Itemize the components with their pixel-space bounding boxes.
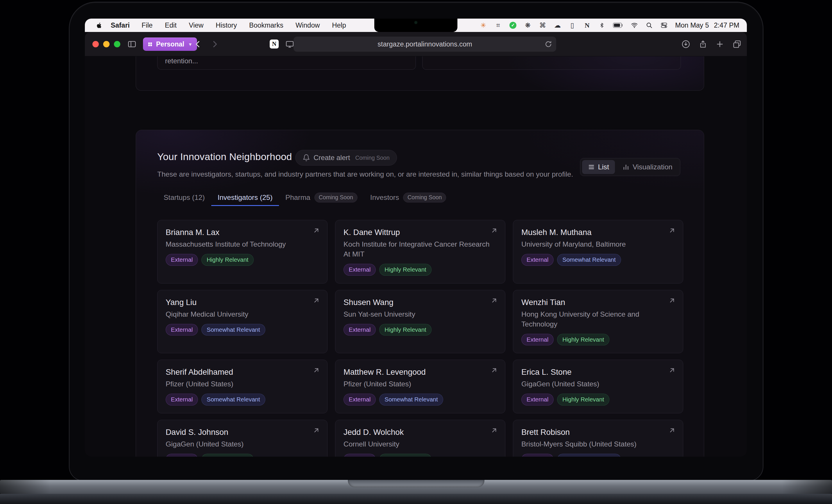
menu-bar-item[interactable]: File: [135, 22, 159, 29]
investigator-affiliation: Hong Kong University of Science and Tech…: [521, 309, 675, 329]
investigator-card[interactable]: K. Dane Wittrup Koch Institute for Integ…: [335, 220, 505, 284]
external-link-arrow-icon[interactable]: [312, 366, 320, 374]
minimize-window-button[interactable]: [103, 41, 109, 47]
menubar-cloud-icon[interactable]: ☁: [554, 22, 561, 29]
external-link-arrow-icon[interactable]: [312, 227, 320, 234]
menubar-app-icon-shield-check[interactable]: ✓: [509, 22, 517, 29]
coming-soon-badge: Coming Soon: [314, 193, 358, 203]
investigator-card[interactable]: Wenzhi Tian Hong Kong University of Scie…: [513, 290, 683, 353]
investigator-card[interactable]: Matthew R. Levengood Pfizer (United Stat…: [335, 360, 505, 414]
sidebar-toggle-icon[interactable]: [127, 39, 136, 49]
battery-icon[interactable]: [613, 22, 623, 29]
external-link-arrow-icon[interactable]: [490, 297, 498, 304]
bluetooth-icon[interactable]: [598, 22, 606, 29]
external-link-arrow-icon[interactable]: [312, 297, 320, 304]
bell-icon: [303, 154, 310, 161]
menubar-app-icon-command[interactable]: ⌘: [539, 22, 546, 29]
menu-bar-item[interactable]: Bookmarks: [243, 22, 289, 29]
innovation-neighborhood-panel: Your Innovation Neighborhood Create aler…: [136, 130, 704, 457]
badge-row: External Highly Relevant: [166, 454, 319, 457]
category-tab[interactable]: Startups (12): [157, 190, 211, 206]
external-link-arrow-icon[interactable]: [490, 366, 498, 374]
investigator-name: Sherif Abdelhamed: [166, 367, 319, 377]
list-icon: [588, 163, 595, 170]
external-link-arrow-icon[interactable]: [312, 426, 320, 434]
investigator-affiliation: Massachusetts Institute of Technology: [166, 239, 319, 249]
screen-share-extension-icon[interactable]: [285, 40, 294, 49]
share-icon[interactable]: [699, 39, 707, 49]
investigator-name: Yang Liu: [166, 297, 319, 308]
menubar-notion-icon[interactable]: N: [583, 22, 591, 29]
external-link-arrow-icon[interactable]: [490, 227, 498, 234]
external-badge: External: [166, 254, 198, 266]
external-badge: External: [521, 454, 554, 457]
category-tab[interactable]: Pharma Coming Soon: [279, 190, 364, 206]
external-link-arrow-icon[interactable]: [668, 366, 676, 374]
badge-row: External Highly Relevant: [343, 324, 497, 336]
menu-bar-item[interactable]: View: [183, 22, 210, 29]
category-tab[interactable]: Investors Coming Soon: [364, 190, 453, 206]
address-bar[interactable]: stargaze.portalinnovations.com: [293, 36, 556, 52]
menubar-app-icon-dock[interactable]: ▯: [568, 22, 576, 29]
investigator-card-grid: Brianna M. Lax Massachusetts Institute o…: [157, 220, 683, 457]
new-tab-icon[interactable]: [716, 40, 724, 49]
investigator-card[interactable]: Erica L. Stone GigaGen (United States) E…: [513, 360, 683, 414]
wifi-icon[interactable]: [631, 22, 638, 29]
coming-soon-text: Coming Soon: [355, 155, 389, 161]
notion-extension-icon[interactable]: N: [270, 39, 279, 49]
control-center-icon[interactable]: [660, 22, 668, 29]
investigator-card[interactable]: Jedd D. Wolchok Cornell University Exter…: [335, 420, 505, 457]
external-link-arrow-icon[interactable]: [668, 426, 676, 434]
url-text: stargaze.portalinnovations.com: [378, 41, 472, 48]
create-alert-label: Create alert: [314, 154, 350, 162]
investigator-card[interactable]: David S. Johnson GigaGen (United States)…: [157, 420, 328, 457]
apple-logo-icon[interactable]: [96, 22, 103, 29]
menu-bar-item[interactable]: Help: [326, 22, 352, 29]
menubar-app-icon-grid[interactable]: ⌗: [494, 22, 502, 29]
relevance-badge: Somewhat Relevant: [201, 324, 265, 336]
investigator-card[interactable]: Shusen Wang Sun Yat-sen University Exter…: [335, 290, 505, 353]
reload-icon[interactable]: [545, 41, 552, 48]
bar-chart-icon: [622, 163, 629, 170]
zoom-window-button[interactable]: [114, 41, 120, 47]
partial-top-card[interactable]: [422, 56, 681, 70]
investigator-card[interactable]: Musleh M. Muthana University of Maryland…: [513, 220, 683, 284]
visualization-view-button[interactable]: Visualization: [617, 160, 678, 174]
menu-bar-item[interactable]: History: [210, 22, 243, 29]
menubar-app-icon-flower[interactable]: ❋: [524, 22, 531, 29]
investigator-name: Wenzhi Tian: [521, 297, 675, 308]
list-view-button[interactable]: List: [582, 160, 615, 174]
menu-bar-item[interactable]: Window: [289, 22, 326, 29]
partial-top-card[interactable]: retention...: [157, 56, 416, 70]
external-link-arrow-icon[interactable]: [668, 297, 676, 304]
forward-button[interactable]: [210, 39, 220, 49]
investigator-card[interactable]: Brett Robison Bristol-Myers Squibb (Unit…: [513, 420, 683, 457]
external-link-arrow-icon[interactable]: [490, 426, 498, 434]
create-alert-button[interactable]: Create alert Coming Soon: [295, 150, 397, 165]
investigator-affiliation: Pfizer (United States): [166, 379, 319, 389]
section-description: These are investigators, startups, and i…: [157, 170, 573, 178]
close-window-button[interactable]: [93, 41, 99, 47]
relevance-badge: Highly Relevant: [201, 454, 254, 457]
external-link-arrow-icon[interactable]: [668, 227, 676, 234]
investigator-name: David S. Johnson: [166, 427, 319, 437]
tab-overview-icon[interactable]: [732, 39, 742, 49]
category-tab[interactable]: Investigators (25): [211, 190, 279, 206]
investigator-name: Erica L. Stone: [521, 367, 675, 377]
investigator-card[interactable]: Sherif Abdelhamed Pfizer (United States)…: [157, 360, 328, 414]
badge-row: External Highly Relevant: [343, 264, 497, 276]
external-badge: External: [166, 324, 198, 336]
menu-app-name[interactable]: Safari: [105, 22, 135, 29]
badge-row: External Somewhat Relevant: [166, 394, 319, 405]
external-badge: External: [343, 264, 376, 276]
spotlight-search-icon[interactable]: [645, 22, 653, 29]
investigator-affiliation: GigaGen (United States): [166, 439, 319, 449]
downloads-icon[interactable]: [681, 39, 691, 49]
menu-bar-item[interactable]: Edit: [159, 22, 183, 29]
menubar-app-icon-burst[interactable]: ✳: [479, 22, 487, 29]
back-button[interactable]: [193, 39, 203, 49]
profile-button[interactable]: Personal ▼: [143, 37, 197, 51]
menu-bar-clock[interactable]: Mon May 5 2:47 PM: [675, 22, 739, 29]
investigator-card[interactable]: Brianna M. Lax Massachusetts Institute o…: [157, 220, 328, 284]
investigator-card[interactable]: Yang Liu Qiqihar Medical University Exte…: [157, 290, 328, 353]
